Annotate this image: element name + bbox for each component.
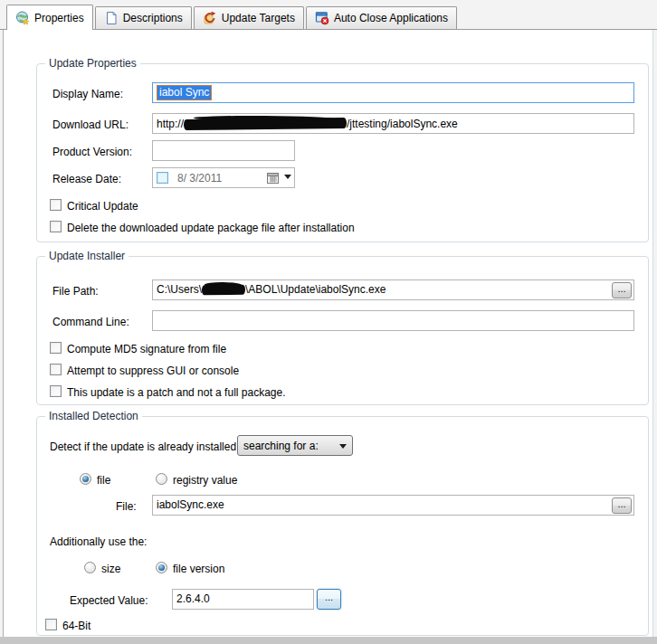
tab-update-targets-label: Update Targets [222, 12, 295, 24]
display-name-selected-text: iabol Sync [157, 85, 212, 100]
update-properties-dialog: Properties Descriptions Update Targets [0, 0, 657, 644]
tab-descriptions-label: Descriptions [123, 12, 183, 24]
delete-package-label: Delete the downloaded update package fil… [67, 222, 355, 234]
expected-value-input[interactable]: 2.6.4.0 [172, 589, 314, 610]
display-name-label: Display Name: [52, 88, 123, 100]
download-url-label: Download URL: [52, 118, 129, 131]
additionally-use-label: Additionally use the: [50, 535, 147, 548]
detect-registry-radio-label: registry value [173, 474, 237, 487]
compute-md5-label: Compute MD5 signature from file [67, 343, 226, 355]
update-properties-group-title: Update Properties [45, 57, 140, 70]
critical-update-label: Critical Update [67, 200, 138, 213]
circular-arrow-icon [203, 11, 217, 25]
installed-detection-group-title: Installed Detection [45, 410, 142, 422]
critical-update-checkbox[interactable] [50, 199, 62, 211]
patch-checkbox[interactable] [50, 385, 62, 397]
release-date-value: 8/ 3/2011 [177, 172, 222, 185]
expected-value-text: 2.6.4.0 [176, 592, 210, 605]
suppress-gui-checkbox[interactable] [50, 364, 62, 375]
command-line-input[interactable] [152, 310, 634, 331]
release-date-label: Release Date: [52, 173, 121, 185]
display-name-input[interactable]: iabol Sync [152, 82, 634, 103]
tab-bar: Properties Descriptions Update Targets [0, 0, 657, 30]
product-version-input[interactable] [152, 140, 295, 161]
file-path-label: File Path: [52, 285, 99, 298]
patch-label: This update is a patch and not a full pa… [67, 386, 286, 399]
detect-registry-radio[interactable] [156, 473, 167, 485]
detect-file-input[interactable]: iabolSync.exe ... [152, 495, 634, 516]
date-dropdown-arrow-icon[interactable] [284, 175, 291, 179]
file-version-radio-label: file version [173, 563, 224, 575]
download-url-suffix: /jttesting/iabolSync.exe [347, 118, 458, 130]
file-version-radio[interactable] [156, 562, 167, 573]
window-close-icon [315, 11, 329, 25]
tab-update-targets[interactable]: Update Targets [194, 6, 304, 29]
globe-gear-icon [15, 11, 30, 25]
delete-package-checkbox[interactable] [50, 221, 62, 232]
suppress-gui-label: Attempt to suppress GUI or console [67, 365, 239, 377]
compute-md5-checkbox[interactable] [50, 342, 62, 354]
tab-auto-close-label: Auto Close Applications [334, 12, 448, 24]
command-line-label: Command Line: [52, 316, 129, 328]
tab-properties-label: Properties [34, 12, 84, 24]
calendar-icon[interactable] [267, 172, 279, 184]
update-installer-group-title: Update Installer [45, 250, 129, 262]
detect-method-label: Detect if the update is already installe… [50, 440, 251, 453]
download-url-prefix: http:// [157, 118, 184, 130]
combo-dropdown-arrow-icon [339, 444, 347, 449]
detect-method-dropdown[interactable]: searching for a: [237, 435, 353, 456]
size-radio[interactable] [84, 562, 96, 573]
file-path-suffix: \ABOL\Update\iabolSync.exe [245, 283, 386, 296]
tab-auto-close[interactable]: Auto Close Applications [306, 6, 457, 29]
window-bottom-edge [0, 637, 657, 644]
expected-value-browse-button[interactable]: ... [317, 589, 341, 610]
bit64-label: 64-Bit [62, 620, 90, 632]
detect-file-radio-label: file [97, 474, 110, 487]
detect-file-radio[interactable] [80, 473, 91, 485]
expected-value-label: Expected Value: [70, 594, 148, 607]
redaction-scribble [184, 118, 347, 130]
bit64-checkbox[interactable] [45, 619, 57, 630]
detect-method-selected-value: searching for a: [243, 440, 319, 452]
document-icon [104, 11, 119, 25]
size-radio-label: size [101, 563, 120, 575]
release-date-checkbox[interactable] [157, 172, 168, 184]
detect-file-label: File: [116, 500, 137, 513]
tab-properties[interactable]: Properties [6, 5, 93, 30]
file-path-browse-button[interactable]: ... [612, 282, 632, 298]
detect-file-browse-button[interactable]: ... [612, 497, 632, 514]
download-url-input[interactable]: http:///jttesting/iabolSync.exe [152, 113, 634, 134]
file-path-prefix: C:\Users\ [157, 283, 202, 296]
redaction-scribble [202, 285, 245, 296]
tab-descriptions[interactable]: Descriptions [95, 6, 192, 29]
file-path-input[interactable]: C:\Users\\ABOL\Update\iabolSync.exe ... [152, 279, 634, 300]
detect-file-value: iabolSync.exe [157, 498, 224, 511]
product-version-label: Product Version: [52, 146, 132, 158]
release-date-picker[interactable]: 8/ 3/2011 [152, 167, 295, 188]
